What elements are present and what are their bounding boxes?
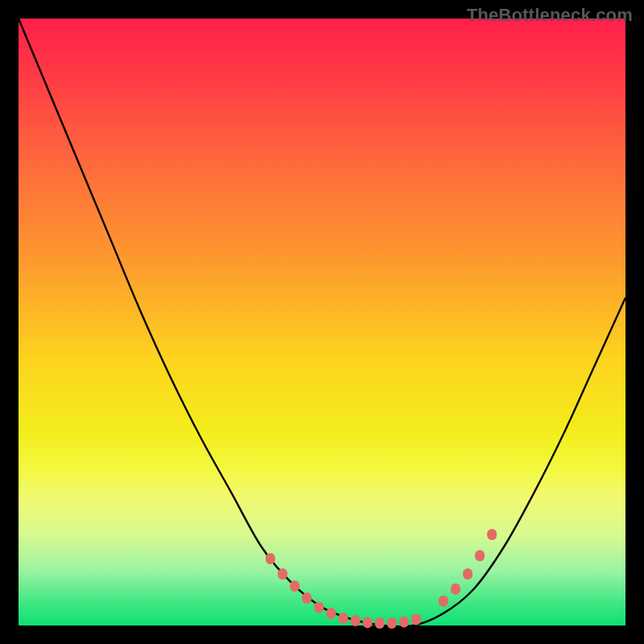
marker-dot bbox=[439, 596, 448, 607]
marker-dot bbox=[399, 617, 409, 628]
marker-dot bbox=[387, 617, 397, 629]
marker-dot bbox=[266, 553, 275, 564]
plot-area bbox=[19, 19, 625, 625]
watermark-text: TheBottleneck.com bbox=[467, 5, 633, 26]
marker-dot bbox=[451, 584, 460, 595]
marker-dot bbox=[326, 608, 336, 619]
marker-dot bbox=[375, 617, 385, 629]
marker-dot bbox=[278, 568, 287, 580]
marker-dot bbox=[463, 568, 473, 580]
marker-dot bbox=[487, 529, 497, 540]
marker-group bbox=[266, 529, 497, 629]
bottleneck-curve bbox=[19, 19, 625, 626]
marker-dot bbox=[475, 550, 485, 561]
marker-dot bbox=[314, 601, 324, 613]
marker-dot bbox=[338, 613, 348, 624]
curve-svg bbox=[19, 19, 625, 625]
marker-dot bbox=[302, 592, 312, 604]
marker-dot bbox=[290, 580, 299, 592]
marker-dot bbox=[411, 614, 421, 625]
chart-frame: TheBottleneck.com bbox=[0, 0, 644, 644]
marker-dot bbox=[351, 615, 361, 626]
marker-dot bbox=[363, 617, 373, 628]
